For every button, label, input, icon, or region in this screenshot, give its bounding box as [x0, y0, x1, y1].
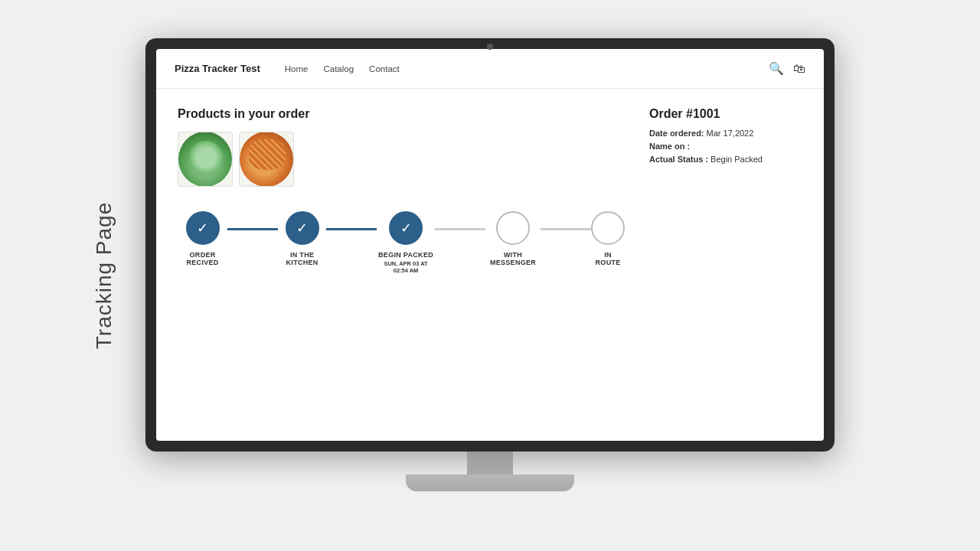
- product-image-1: [178, 132, 233, 187]
- step-sublabel-2: SUN, APR 03 AT 02:54 AM: [377, 260, 435, 274]
- order-status: Actual Status : Begin Packed: [649, 155, 802, 164]
- step-label-0: ORDER RECIVED: [178, 251, 227, 266]
- search-icon[interactable]: 🔍: [769, 61, 784, 76]
- order-title: Order #1001: [649, 107, 802, 121]
- step-connector-0: [227, 228, 278, 230]
- salad-image: [178, 132, 232, 187]
- nav-brand[interactable]: Pizza Tracker Test: [175, 63, 260, 74]
- nav-link-home[interactable]: Home: [285, 64, 309, 73]
- step-circle-4: [591, 211, 625, 245]
- step-connector-2: [435, 228, 485, 230]
- nav-link-catalog[interactable]: Catalog: [323, 64, 354, 73]
- tracking-steps: ✓ORDER RECIVED✓IN THE KITCHEN✓BEGIN PACK…: [178, 211, 625, 274]
- nav-icons: 🔍 🛍: [769, 61, 805, 76]
- monitor-screen: Pizza Tracker Test HomeCatalogContact 🔍 …: [156, 49, 824, 441]
- step-item-3: WITH MESSENGER: [485, 211, 541, 266]
- side-label: Tracking Page: [92, 202, 116, 350]
- product-image-2: [239, 132, 294, 187]
- step-circle-2: ✓: [389, 211, 423, 245]
- main-content: Products in your order ✓ORDER RECIVED✓IN…: [156, 89, 824, 441]
- cart-icon[interactable]: 🛍: [793, 62, 805, 76]
- step-item-0: ✓ORDER RECIVED: [178, 211, 227, 266]
- step-circle-3: [496, 211, 530, 245]
- step-label-3: WITH MESSENGER: [485, 251, 541, 266]
- step-circle-1: ✓: [286, 211, 319, 245]
- step-connector-3: [541, 228, 591, 230]
- navbar: Pizza Tracker Test HomeCatalogContact 🔍 …: [156, 49, 824, 89]
- product-images: [178, 132, 625, 187]
- monitor-frame: Pizza Tracker Test HomeCatalogContact 🔍 …: [145, 38, 835, 452]
- order-info: Order #1001 Date ordered: Mar 17,2022 Na…: [649, 107, 802, 422]
- nav-links: HomeCatalogContact: [285, 64, 769, 73]
- section-title: Products in your order: [178, 107, 625, 121]
- monitor-base: [406, 474, 574, 491]
- monitor-neck: [467, 452, 513, 474]
- order-name: Name on :: [649, 142, 802, 151]
- monitor-camera: [487, 44, 493, 50]
- pasta-image: [240, 132, 293, 187]
- step-label-1: IN THE KITCHEN: [278, 251, 326, 266]
- step-item-1: ✓IN THE KITCHEN: [278, 211, 326, 266]
- left-section: Products in your order ✓ORDER RECIVED✓IN…: [178, 107, 625, 422]
- step-item-4: IN ROUTE: [591, 211, 625, 266]
- step-label-2: BEGIN PACKED: [378, 251, 433, 259]
- step-connector-1: [326, 228, 377, 230]
- order-date: Date ordered: Mar 17,2022: [649, 129, 802, 138]
- nav-link-contact[interactable]: Contact: [369, 64, 400, 73]
- monitor-shell: Pizza Tracker Test HomeCatalogContact 🔍 …: [145, 38, 835, 513]
- step-item-2: ✓BEGIN PACKEDSUN, APR 03 AT 02:54 AM: [377, 211, 435, 274]
- step-label-4: IN ROUTE: [591, 251, 625, 266]
- step-circle-0: ✓: [186, 211, 220, 245]
